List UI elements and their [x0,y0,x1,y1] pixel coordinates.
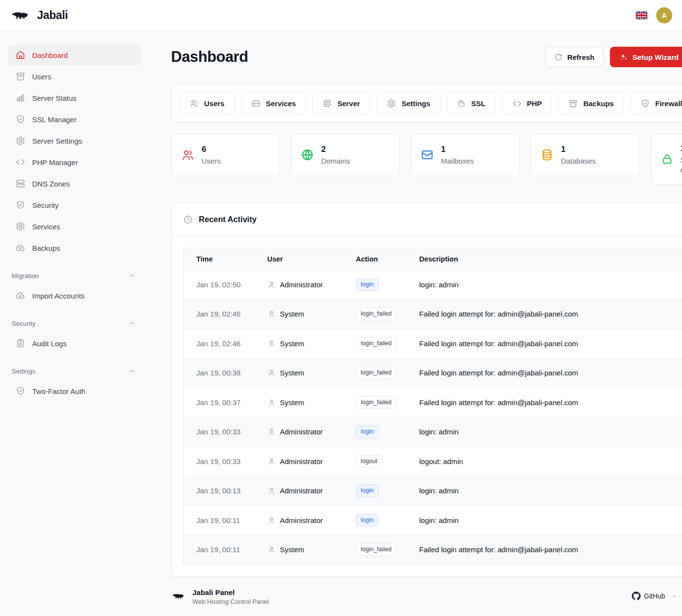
table-row: Jan 19, 00:38 System login_failed Failed… [184,358,682,388]
chevron-up-icon [128,319,136,327]
action-badge: login_failed [356,367,397,379]
server-stack-icon [16,179,25,188]
stat-label: Mailboxes [441,156,474,166]
sidebar-item-ssl-manager[interactable]: SSL Manager [8,109,141,130]
stat-card-domains: 2 Domains [291,133,400,176]
sidebar-item-security[interactable]: Security [8,195,141,215]
avatar[interactable]: A [656,7,672,23]
gear-icon [387,99,396,108]
activity-description: login: admin [412,417,682,447]
activity-action: login_failed [348,358,412,388]
table-row: Jan 19, 00:37 System login_failed Failed… [184,388,682,417]
stat-value: 6 [202,144,221,156]
activity-description: Failed login attempt for: admin@jabali-p… [412,535,682,565]
stat-card-users: 6 Users [171,133,280,176]
activity-action: login [348,417,412,447]
person-icon [267,369,276,377]
person-icon [267,486,276,495]
column-header-action: Action [348,248,412,270]
action-badge: login_failed [356,396,397,409]
quick-link-php[interactable]: PHP [502,92,552,114]
sidebar-item-label: Security [32,201,58,209]
quick-link-ssl[interactable]: SSL [447,92,495,114]
users-icon [181,149,194,162]
sidebar-item-server-settings[interactable]: Server Settings [8,131,141,151]
activity-user: System [260,329,348,358]
sidebar-item-label: Backups [32,244,60,252]
quick-link-firewall[interactable]: Firewall [630,92,682,114]
sidebar-item-two-factor-auth[interactable]: Two-Factor Auth [8,381,141,401]
stat-label: Domains [321,156,350,166]
sidebar-item-services[interactable]: Services [8,216,141,237]
activity-user: Administrator [260,417,348,447]
activity-description: logout: admin [412,447,682,476]
setup-wizard-button[interactable]: Setup Wizard [610,47,682,67]
stat-value: 1 [561,144,596,156]
uk-flag-icon[interactable] [636,11,647,19]
brand[interactable]: Jabali [10,8,68,23]
github-link[interactable]: GitHub [632,592,665,600]
sidebar-item-label: Import Accounts [32,292,85,300]
sidebar: Dashboard Users Server Status SSL Manage… [0,31,152,616]
stat-card-ssl-certificates: 1 SSL Certificates [651,133,682,185]
stat-label: SSL Certificates [681,155,682,175]
table-row: Jan 19, 00:33 Administrator logout logou… [184,447,682,476]
person-icon [267,428,276,436]
stats-row: 6 Users 2 Domains 1 Mailboxes 1 Database… [171,133,682,185]
quick-link-backups[interactable]: Backups [558,92,624,114]
sidebar-item-dns-zones[interactable]: DNS Zones [8,173,141,194]
code-icon [512,99,522,108]
quick-link-users[interactable]: Users [179,92,235,114]
activity-time: Jan 19, 00:11 [184,505,260,535]
clock-icon [183,215,193,224]
activity-user: System [260,535,348,565]
refresh-button[interactable]: Refresh [545,47,604,67]
shield-check-icon [641,99,650,108]
sidebar-item-audit-logs[interactable]: Audit Logs [8,333,141,354]
activity-description: Failed login attempt for: admin@jabali-p… [412,329,682,358]
quick-link-services[interactable]: Services [241,92,306,114]
sidebar-item-label: Dashboard [32,51,68,59]
footer-title: Jabali Panel [192,587,269,598]
shield-check-icon [16,200,25,210]
activity-action: login [348,505,412,535]
users-icon [189,99,199,108]
column-header-description: Description [412,248,682,270]
stat-value: 2 [321,144,350,156]
activity-time: Jan 19, 00:37 [184,388,260,417]
footer-subtitle: Web Hosting Control Panel [192,598,269,605]
stat-value: 1 [441,144,474,156]
section-header-migration[interactable]: Migration [8,272,141,285]
sidebar-item-import-accounts[interactable]: Import Accounts [8,285,141,306]
sidebar-item-label: Services [32,223,60,231]
sidebar-item-dashboard[interactable]: Dashboard [8,45,141,65]
person-icon [267,457,276,466]
lock-icon [661,153,673,165]
section-header-security[interactable]: Security [8,319,141,333]
quick-link-server[interactable]: Server [312,92,370,114]
quick-link-settings[interactable]: Settings [377,92,440,114]
sidebar-item-php-manager[interactable]: PHP Manager [8,152,141,172]
boar-logo-icon [171,591,187,602]
brand-name: Jabali [37,9,68,22]
boar-logo-icon [10,8,32,23]
table-row: Jan 19, 02:50 Administrator login login:… [184,270,682,299]
column-header-time: Time [184,248,260,270]
section-header-settings[interactable]: Settings [8,367,141,381]
gear-icon [16,222,25,231]
sidebar-item-backups[interactable]: Backups [8,238,141,258]
sidebar-item-users[interactable]: Users [8,66,141,87]
hard-drive-icon [251,99,261,108]
stat-label: Databases [561,156,596,166]
activity-description: login: admin [412,476,682,506]
activity-description: Failed login attempt for: admin@jabali-p… [412,358,682,388]
activity-user: Administrator [260,476,348,506]
sidebar-item-server-status[interactable]: Server Status [8,88,141,108]
shield-check-icon [16,114,25,124]
sidebar-item-label: PHP Manager [32,158,78,167]
section-label: Migration [12,272,39,280]
table-row: Jan 19, 00:13 Administrator login login:… [184,476,682,506]
action-badge: login [356,279,379,291]
section-label: Settings [12,368,36,375]
lock-icon [457,99,466,108]
